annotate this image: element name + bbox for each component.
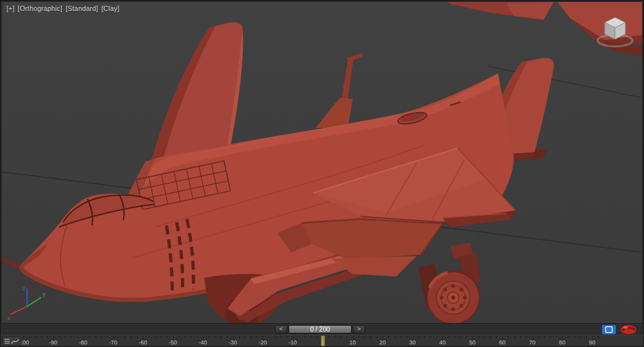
ruler-tick [430, 335, 431, 338]
ruler-tick [305, 335, 305, 338]
ruler-tick [580, 335, 581, 338]
ruler-frame-label: 80 [559, 339, 565, 346]
world-axis-gizmo: z x y [6, 283, 48, 321]
aircraft-model[interactable] [2, 2, 642, 323]
ruler-frame-label: -10 [289, 339, 297, 346]
axis-z-label: z [23, 285, 26, 292]
timeline-ruler[interactable]: -100-90-80-70-60-50-40-30-20-10010203040… [1, 335, 643, 346]
ruler-tick [388, 335, 389, 338]
ruler-tick [251, 335, 251, 338]
ruler-tick [538, 335, 539, 338]
ruler-frame-label: 50 [469, 339, 475, 346]
ruler-tick [550, 335, 551, 338]
current-frame-marker[interactable] [321, 335, 325, 346]
taskbar-icon-red[interactable] [619, 324, 638, 335]
ruler-tick [287, 335, 287, 338]
viewport-menu-pov[interactable]: [Orthographic] [18, 5, 62, 12]
viewport-menu-render-preset[interactable]: [Standard] [66, 5, 98, 12]
ruler-tick [515, 335, 515, 338]
ruler-tick [209, 335, 209, 338]
ruler-tick [406, 335, 407, 338]
ruler-frame-label: 10 [349, 339, 355, 346]
ruler-tick [490, 335, 491, 338]
ruler-tick [556, 335, 557, 338]
ruler-tick [586, 335, 587, 338]
ruler-frame-label: -40 [198, 339, 207, 346]
ruler-frame-label: 40 [439, 339, 446, 346]
ruler-tick [101, 335, 102, 338]
ruler-frame-label: 90 [589, 339, 595, 346]
axis-x-label: x [7, 315, 10, 321]
ruler-frame-label: -30 [229, 339, 237, 346]
viewport[interactable]: [+] [Orthographic] [Standard] [Clay] z x… [1, 1, 643, 323]
ruler-tick [161, 335, 162, 338]
ruler-tick [370, 335, 371, 338]
ruler-tick [335, 335, 336, 338]
ruler-tick [257, 335, 258, 338]
viewport-menu-general[interactable]: [+] [6, 5, 15, 12]
ruler-tick [310, 335, 311, 338]
aircraft-antenna-mast [316, 53, 363, 129]
curve-editor-icon [3, 337, 21, 346]
ruler-frame-label: 30 [409, 339, 415, 346]
ruler-tick [341, 335, 341, 338]
ruler-tick [568, 335, 569, 338]
ruler-tick [346, 335, 347, 338]
ruler-tick [395, 335, 395, 338]
ruler-tick [227, 335, 227, 338]
ruler-frame-label: -20 [258, 339, 267, 346]
ruler-tick [359, 335, 359, 338]
ruler-tick [89, 335, 90, 338]
ruler-frame-label: -70 [109, 339, 117, 346]
ruler-frame-label: 70 [529, 339, 535, 346]
ruler-tick [520, 335, 521, 338]
ruler-tick [221, 335, 222, 338]
viewport-menu-shading[interactable]: [Clay] [101, 5, 119, 12]
ruler-tick [497, 335, 497, 338]
ruler-tick [95, 335, 96, 338]
ruler-tick [419, 335, 419, 338]
aircraft-main-gear-wheel [418, 243, 480, 323]
ruler-tick [47, 335, 48, 338]
ruler-tick [478, 335, 479, 338]
ruler-tick [365, 335, 365, 338]
ruler-tick [35, 335, 36, 338]
ruler-tick [281, 335, 281, 338]
ruler-tick [598, 335, 599, 338]
open-mini-curve-editor-button[interactable] [2, 336, 21, 346]
ruler-tick [41, 335, 42, 338]
max-window: [+] [Orthographic] [Standard] [Clay] z x… [0, 0, 644, 347]
ruler-tick [526, 335, 527, 338]
ruler-tick [191, 335, 191, 338]
time-slider-bar: < 0 / 200 > [1, 323, 643, 335]
ruler-tick [508, 335, 509, 338]
ruler-tick [437, 335, 437, 338]
ruler-tick [574, 335, 575, 338]
ruler-tick [377, 335, 377, 338]
ruler-tick [179, 335, 180, 338]
ruler-tick [275, 335, 276, 338]
ruler-frame-label: -50 [169, 339, 177, 346]
ruler-tick [460, 335, 461, 338]
axis-x-line [11, 306, 27, 314]
ruler-tick [299, 335, 299, 338]
axis-y-label: y [43, 291, 46, 297]
taskbar-icon-blue[interactable] [601, 324, 616, 335]
ruler-tick [29, 335, 30, 338]
ruler-frame-label: 20 [379, 339, 386, 346]
ruler-tick [328, 335, 329, 338]
ruler-tick [125, 335, 126, 338]
time-slider[interactable]: 0 / 200 [289, 325, 352, 333]
previous-frame-button[interactable]: < [275, 325, 287, 333]
viewcube[interactable] [594, 12, 636, 48]
ruler-tick [424, 335, 425, 338]
ruler-tick [149, 335, 149, 338]
ruler-tick [119, 335, 120, 338]
ruler-tick [239, 335, 240, 338]
ruler-tick [544, 335, 545, 338]
ruler-tick [401, 335, 401, 338]
ruler-tick [215, 335, 216, 338]
ruler-tick [197, 335, 198, 338]
next-frame-button[interactable]: > [353, 325, 365, 333]
ruler-tick [455, 335, 455, 338]
